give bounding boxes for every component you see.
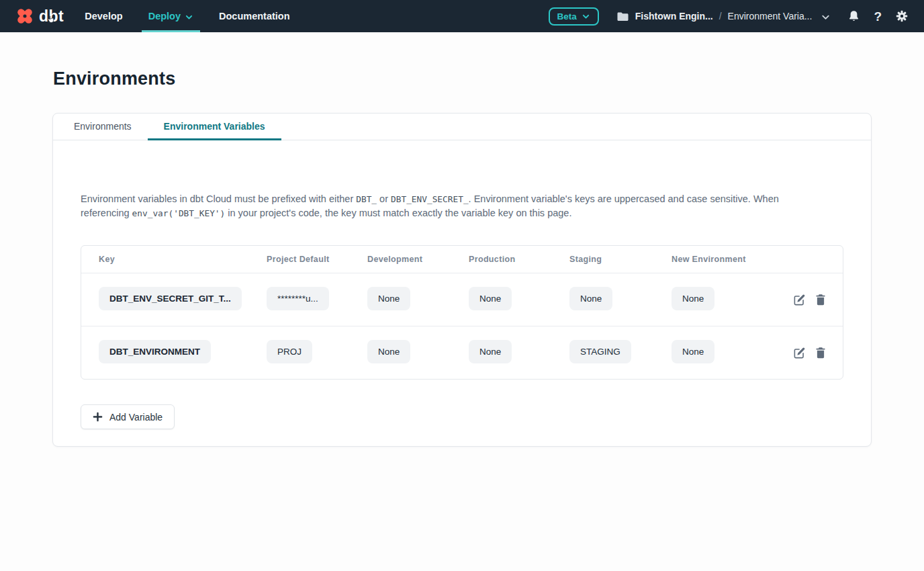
env-var-key: DBT_ENV_SECRET_GIT_T... <box>99 287 242 310</box>
dbt-logo[interactable]: dbt <box>15 6 64 26</box>
chevron-down-icon <box>185 13 193 21</box>
page-title: Environments <box>53 69 924 89</box>
beta-label: Beta <box>557 11 577 21</box>
env-var-production-value: None <box>469 287 512 310</box>
chevron-down-icon[interactable] <box>821 12 831 22</box>
plus-icon <box>93 412 103 422</box>
nav-icon-cluster: ? <box>848 10 908 23</box>
environments-card: Environments Environment Variables Envir… <box>52 113 872 447</box>
breadcrumb-separator: / <box>719 11 722 21</box>
tab-bar: Environments Environment Variables <box>53 114 871 140</box>
column-header-development: Development <box>367 255 469 264</box>
notifications-bell-icon[interactable] <box>848 10 860 22</box>
nav-item-deploy-label: Deploy <box>148 11 181 21</box>
code-env-var-example: env_var('DBT_KEY') <box>132 208 226 218</box>
edit-icon[interactable] <box>793 347 806 359</box>
table-header-row: Key Project Default Development Producti… <box>81 246 843 273</box>
code-dbt-prefix: DBT_ <box>356 194 377 204</box>
description-text: Environment variables in dbt Cloud must … <box>81 193 356 204</box>
top-nav: dbt Develop Deploy Documentation Beta <box>0 0 924 32</box>
nav-item-develop[interactable]: Develop <box>78 0 129 32</box>
env-var-new-environment-value: None <box>672 340 714 363</box>
nav-item-documentation[interactable]: Documentation <box>212 0 297 32</box>
nav-item-deploy[interactable]: Deploy <box>142 0 200 32</box>
help-icon[interactable]: ? <box>874 10 882 23</box>
delete-trash-icon[interactable] <box>815 347 826 359</box>
breadcrumb[interactable]: Fishtown Engin... / Environment Varia... <box>616 11 831 22</box>
description-text: in your project's code, the key must mat… <box>225 208 571 218</box>
env-var-project-default: ********u... <box>267 287 329 310</box>
main-content: Environments Environments Environment Va… <box>0 69 924 447</box>
folder-icon <box>616 11 629 22</box>
breadcrumb-project[interactable]: Fishtown Engin... <box>635 11 713 21</box>
settings-gear-icon[interactable] <box>896 10 908 22</box>
tab-environment-variables[interactable]: Environment Variables <box>148 114 281 140</box>
column-header-staging: Staging <box>569 255 672 264</box>
beta-dropdown-button[interactable]: Beta <box>549 7 599 26</box>
add-variable-button[interactable]: Add Variable <box>81 404 175 429</box>
edit-icon[interactable] <box>793 294 806 306</box>
env-var-development-value: None <box>367 287 410 310</box>
table-row: DBT_ENVIRONMENT PROJ None None STAGING N… <box>81 326 843 379</box>
chevron-down-icon <box>582 12 590 21</box>
column-header-new-environment: New Environment <box>672 255 790 264</box>
table-row: DBT_ENV_SECRET_GIT_T... ********u... Non… <box>81 273 843 326</box>
column-header-production: Production <box>469 255 569 264</box>
breadcrumb-page[interactable]: Environment Varia... <box>728 11 813 21</box>
env-variables-table: Key Project Default Development Producti… <box>81 245 843 380</box>
env-var-project-default: PROJ <box>267 340 312 363</box>
description-text: or <box>377 193 391 204</box>
env-var-new-environment-value: None <box>672 287 714 310</box>
env-var-key: DBT_ENVIRONMENT <box>99 340 211 363</box>
add-variable-label: Add Variable <box>109 412 163 423</box>
dbt-logo-icon <box>15 6 35 26</box>
env-var-staging-value: None <box>569 287 612 310</box>
code-dbt-env-secret-prefix: DBT_ENV_SECRET_ <box>391 194 469 204</box>
mouse-cursor-icon <box>46 14 56 28</box>
primary-nav: Develop Deploy Documentation <box>78 0 296 32</box>
column-header-key: Key <box>99 255 267 264</box>
env-var-development-value: None <box>367 340 410 363</box>
tab-environments[interactable]: Environments <box>58 114 148 140</box>
column-header-project-default: Project Default <box>267 255 367 264</box>
env-var-production-value: None <box>469 340 512 363</box>
env-var-staging-value: STAGING <box>569 340 631 363</box>
env-var-description: Environment variables in dbt Cloud must … <box>81 192 779 220</box>
delete-trash-icon[interactable] <box>815 294 826 306</box>
